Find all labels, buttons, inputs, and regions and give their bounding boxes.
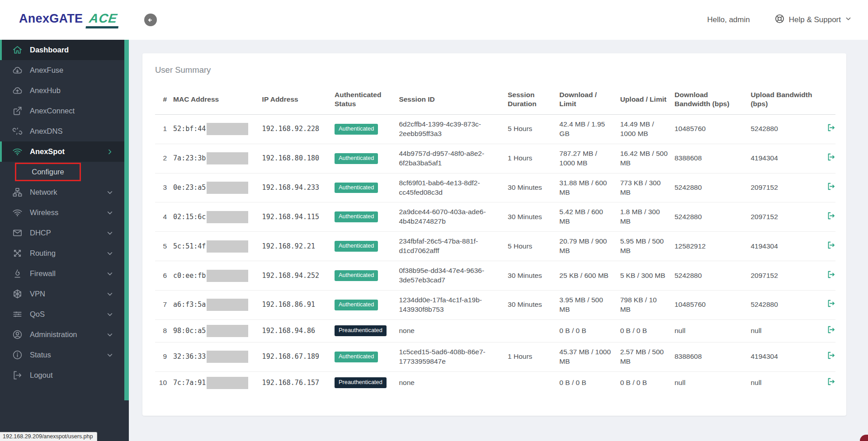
sign-out-icon[interactable]	[827, 270, 835, 279]
sidebar-item-anexconnect[interactable]: AnexConnect	[0, 101, 124, 121]
chevron-down-icon	[106, 250, 113, 257]
cell-status: Authenticated	[335, 290, 399, 319]
cell-download-bandwidth: 10485760	[675, 114, 750, 144]
cell-num: 5	[155, 232, 173, 261]
cell-upload-limit: 14.49 MB / 1000 MB	[620, 114, 675, 144]
cell-num: 4	[155, 202, 173, 232]
sidebar-item-anexspot[interactable]: AnexSpot	[0, 141, 124, 162]
back-arrow-icon[interactable]	[144, 14, 157, 26]
cell-mac: 7a:23:3b	[173, 144, 262, 173]
sign-out-icon[interactable]	[827, 377, 835, 386]
user-table-head-row: #MAC AddressIP AddressAuthenticated Stat…	[155, 86, 835, 114]
sidebar-scrollbar[interactable]	[124, 40, 129, 400]
sidebar-item-dashboard[interactable]: Dashboard	[0, 40, 124, 60]
sidebar-item-dhcp[interactable]: DHCP	[0, 223, 124, 243]
cell-download-limit: 31.88 MB / 600 MB	[559, 173, 620, 202]
cell-session-duration	[508, 371, 559, 394]
sign-out-icon[interactable]	[827, 241, 835, 249]
sidebar-item-network[interactable]: Network	[0, 182, 124, 202]
sidebar-item-administration[interactable]: Administration	[0, 324, 124, 345]
cell-mac: a6:f3:5a	[173, 290, 262, 319]
sidebar-item-label: Routing	[30, 249, 56, 258]
sign-out-icon[interactable]	[827, 351, 835, 360]
logo-brand-text: AnexGATE	[19, 12, 83, 26]
status-badge: Preauthenticated	[335, 325, 387, 336]
cell-upload-bandwidth: 2097152	[750, 261, 826, 291]
sidebar-item-configure[interactable]: Configure	[0, 162, 124, 182]
sidebar-item-anexdns[interactable]: AnexDNS	[0, 121, 124, 141]
sign-out-icon[interactable]	[827, 182, 835, 191]
cell-ip: 192.168.92.228	[262, 114, 335, 144]
sidebar-item-label: AnexHub	[30, 86, 61, 95]
sidebar-menu: DashboardAnexFuseAnexHubAnexConnectAnexD…	[0, 40, 124, 385]
cell-ip: 192.168.92.21	[262, 232, 335, 261]
table-row: 27a:23:3b192.168.80.180Authenticated44b9…	[155, 144, 835, 173]
cell-action	[827, 202, 835, 232]
column-header: Download Bandwidth (bps)	[675, 86, 750, 114]
app-logo[interactable]: AnexGATE ACE	[19, 11, 120, 28]
mac-redaction	[207, 123, 248, 135]
sidebar-item-label: AnexFuse	[30, 66, 63, 75]
sidebar-item-wireless[interactable]: Wireless	[0, 202, 124, 223]
table-row: 152:bf:44192.168.92.228Authenticated6d2c…	[155, 114, 835, 144]
broken-link-icon	[12, 126, 23, 136]
table-row: 932:36:33192.168.67.189Authenticated1c5c…	[155, 342, 835, 371]
sidebar: DashboardAnexFuseAnexHubAnexConnectAnexD…	[0, 40, 129, 441]
sidebar-item-logout[interactable]: Logout	[0, 365, 124, 385]
sidebar-item-status[interactable]: Status	[0, 345, 124, 365]
sidebar-item-qos[interactable]: QoS	[0, 304, 124, 324]
column-header: MAC Address	[173, 86, 262, 114]
column-header	[827, 86, 835, 114]
chevron-down-icon	[845, 15, 852, 24]
sign-out-icon[interactable]	[827, 325, 835, 334]
sign-out-icon[interactable]	[827, 123, 835, 132]
status-badge: Authenticated	[335, 153, 378, 164]
sign-out-icon[interactable]	[827, 211, 835, 220]
cell-download-bandwidth: 8388608	[675, 342, 750, 371]
column-header: Upload Bandwidth (bps)	[750, 86, 826, 114]
mac-redaction	[207, 152, 248, 164]
help-support-menu[interactable]: Help & Support	[774, 14, 852, 26]
table-row: 107c:7a:91192.168.76.157Preauthenticated…	[155, 371, 835, 394]
sidebar-item-firewall[interactable]: Firewall	[0, 263, 124, 284]
cell-action	[827, 261, 835, 291]
user-summary-table: #MAC AddressIP AddressAuthenticated Stat…	[155, 86, 835, 394]
cell-upload-limit: 773 KB / 300 MB	[620, 173, 675, 202]
cell-upload-bandwidth: 2097152	[750, 173, 826, 202]
mac-redaction	[207, 299, 248, 311]
cell-num: 1	[155, 114, 173, 144]
cell-upload-limit: 798 KB / 10 MB	[620, 290, 675, 319]
cell-session-id: 8cf69f01-bab6-4e13-8df2-cc45fed08c3d	[399, 173, 508, 202]
chevron-down-icon	[106, 352, 113, 359]
sign-out-icon[interactable]	[827, 153, 835, 161]
mac-redaction	[207, 351, 248, 363]
sign-out-icon[interactable]	[827, 299, 835, 308]
table-row: 898:0c:a5192.168.94.86Preauthenticatedno…	[155, 319, 835, 342]
chevron-down-icon	[106, 209, 113, 216]
status-badge: Preauthenticated	[335, 377, 387, 388]
cell-num: 9	[155, 342, 173, 371]
sidebar-item-routing[interactable]: Routing	[0, 243, 124, 263]
status-badge: Authenticated	[335, 300, 378, 310]
status-badge: Authenticated	[335, 124, 378, 135]
cell-upload-limit: 0 B / 0 B	[620, 319, 675, 342]
sidebar-item-label: AnexDNS	[30, 127, 62, 136]
cell-session-duration: 30 Minutes	[508, 290, 559, 319]
sidebar-item-label: VPN	[30, 290, 45, 298]
cell-download-bandwidth: 5242880	[675, 261, 750, 291]
table-row: 402:15:6c192.168.94.115Authenticated2a9d…	[155, 202, 835, 232]
cell-action	[827, 114, 835, 144]
sidebar-item-vpn[interactable]: VPN	[0, 284, 124, 304]
cell-ip: 192.168.86.91	[262, 290, 335, 319]
mac-redaction	[207, 182, 248, 194]
column-header: Authenticated Status	[335, 86, 399, 114]
sidebar-item-label: DHCP	[30, 229, 51, 237]
cell-session-duration: 30 Minutes	[508, 173, 559, 202]
cell-download-limit: 5.42 MB / 600 MB	[559, 202, 620, 232]
sidebar-item-anexhub[interactable]: AnexHub	[0, 80, 124, 101]
cell-ip: 192.168.94.252	[262, 261, 335, 291]
chevron-down-icon	[106, 270, 113, 277]
cell-upload-bandwidth: 2097152	[750, 202, 826, 232]
sidebar-item-anexfuse[interactable]: AnexFuse	[0, 60, 124, 80]
cell-mac: c0:ee:fb	[173, 261, 262, 291]
